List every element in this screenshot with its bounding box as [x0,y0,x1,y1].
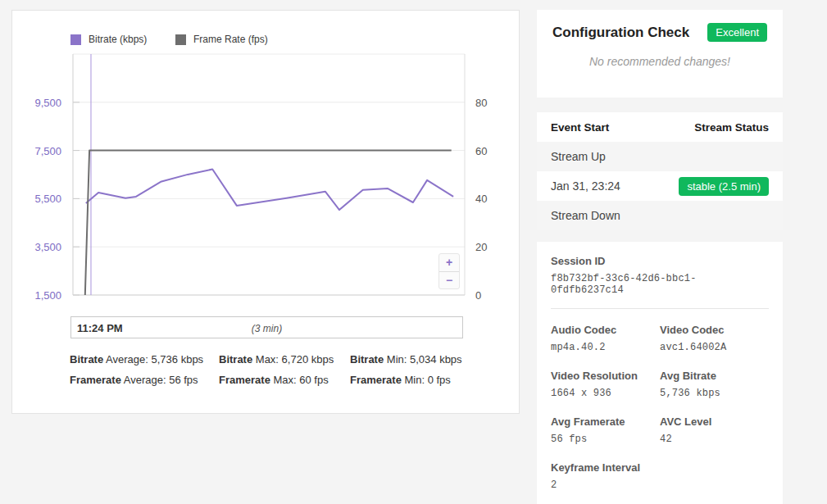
divider [551,308,769,309]
framerate-line [85,151,452,295]
svg-text:7,500: 7,500 [34,145,61,157]
framerate-min-stat: Framerate Min: 0 fps [350,374,479,386]
zoom-out-button[interactable]: − [439,271,459,289]
svg-text:40: 40 [475,193,487,205]
stream-events-card: Event Start Stream Status Stream Up Jan … [537,112,783,230]
session-details-card: Session ID f8b732bf-33c6-42d6-bbc1-0fdfb… [537,242,783,504]
configuration-check-title: Configuration Check [552,25,689,41]
configuration-message: No recommended changes! [552,55,767,68]
time-axis-box: 11:24 PM (3 min) [70,316,463,338]
session-id-value: f8b732bf-33c6-42d6-bbc1-0fdfb6237c14 [551,273,769,296]
chart-zoom-control: + − [438,253,460,289]
table-row-event-time: Jan 31, 23:24 stable (2.5 min) [537,171,783,201]
bitrate-line [86,170,453,211]
audio-codec-field: Audio Codec mp4a.40.2 [551,324,660,353]
framerate-average-stat: Framerate Average: 56 fps [70,374,219,386]
event-table-header: Event Start Stream Status [537,112,783,142]
svg-text:5,500: 5,500 [34,193,61,205]
bitrate-average-stat: Bitrate Average: 5,736 kbps [70,353,219,366]
configuration-check-card: Configuration Check Excellent No recomme… [537,10,783,98]
stream-status-header: Stream Status [694,121,769,134]
time-axis-range: (3 min) [71,323,462,334]
svg-text:60: 60 [475,145,487,157]
svg-text:3,500: 3,500 [34,241,61,253]
bitrate-min-stat: Bitrate Min: 5,034 kbps [350,353,479,366]
framerate-max-stat: Framerate Max: 60 fps [219,374,350,386]
table-row-stream-down: Stream Down [537,201,783,230]
stream-health-chart-card: Bitrate (kbps) Frame Rate (fps) 1,5003,5… [11,10,520,414]
svg-text:9,500: 9,500 [34,97,61,109]
svg-text:20: 20 [475,241,487,253]
stream-status-badge: stable (2.5 min) [679,177,769,196]
svg-text:1,500: 1,500 [34,289,61,302]
zoom-in-button[interactable]: + [439,254,459,271]
bitrate-max-stat: Bitrate Max: 6,720 kbps [219,353,350,366]
chart-summary-stats: Bitrate Average: 5,736 kbps Bitrate Max:… [70,349,479,390]
keyframe-interval-field: Keyframe Interval 2 [551,461,660,491]
avg-bitrate-field: Avg Bitrate 5,736 kbps [660,370,769,399]
table-row-stream-up: Stream Up [537,142,783,171]
video-codec-field: Video Codec avc1.64002A [660,324,769,353]
avg-framerate-field: Avg Framerate 56 fps [551,415,660,445]
configuration-rating-badge: Excellent [707,23,767,42]
session-id-field: Session ID f8b732bf-33c6-42d6-bbc1-0fdfb… [551,255,769,296]
svg-text:80: 80 [475,97,487,109]
avc-level-field: AVC Level 42 [660,415,769,445]
video-resolution-field: Video Resolution 1664 x 936 [551,370,660,399]
svg-text:0: 0 [475,289,481,302]
event-start-header: Event Start [551,121,609,134]
